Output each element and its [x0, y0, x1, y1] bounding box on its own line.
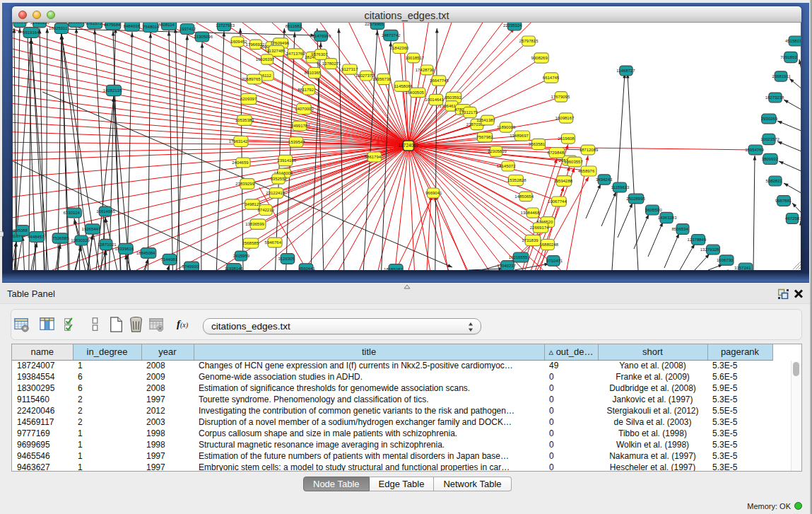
svg-text:18273238: 18273238 — [765, 95, 784, 100]
svg-text:24991787: 24991787 — [291, 124, 310, 128]
svg-text:6330324: 6330324 — [64, 211, 81, 215]
svg-text:23122419: 23122419 — [266, 191, 285, 195]
svg-text:22305839: 22305839 — [488, 149, 507, 153]
svg-text:10014641: 10014641 — [425, 98, 444, 102]
svg-text:23681911: 23681911 — [772, 74, 792, 78]
svg-text:19265447: 19265447 — [82, 227, 101, 231]
svg-text:16098167: 16098167 — [555, 116, 575, 120]
svg-text:10535383: 10535383 — [235, 118, 254, 122]
svg-text:3809932: 3809932 — [762, 157, 779, 161]
svg-text:19594288: 19594288 — [553, 179, 572, 183]
svg-text:18724007: 18724007 — [399, 143, 419, 148]
svg-text:11327485: 11327485 — [267, 49, 286, 53]
svg-text:21305096: 21305096 — [194, 35, 213, 39]
svg-text:10830329: 10830329 — [71, 238, 90, 243]
svg-text:12871021: 12871021 — [98, 243, 117, 247]
svg-text:5749930: 5749930 — [182, 264, 199, 269]
svg-text:11458066: 11458066 — [394, 84, 413, 88]
svg-text:21842360: 21842360 — [390, 46, 409, 50]
svg-text:9710471: 9710471 — [546, 259, 563, 263]
svg-text:7091853: 7091853 — [780, 55, 797, 59]
svg-text:6861794: 6861794 — [365, 155, 382, 159]
svg-text:21476999: 21476999 — [312, 34, 331, 38]
svg-text:17609496: 17609496 — [270, 41, 289, 45]
svg-text:17312173: 17312173 — [459, 110, 478, 115]
svg-text:16614685: 16614685 — [96, 209, 115, 214]
svg-text:14850654: 14850654 — [514, 194, 534, 199]
svg-text:2415959: 2415959 — [233, 254, 250, 258]
svg-text:9761572: 9761572 — [86, 23, 102, 25]
svg-text:22335324: 22335324 — [503, 23, 522, 28]
svg-text:6729848: 6729848 — [548, 151, 565, 155]
svg-text:8310365: 8310365 — [305, 71, 322, 75]
svg-text:9987881: 9987881 — [775, 199, 792, 203]
svg-text:10603557: 10603557 — [564, 160, 583, 164]
svg-text:14282135: 14282135 — [103, 88, 122, 93]
svg-text:13489697: 13489697 — [510, 134, 529, 138]
svg-text:22669174: 22669174 — [530, 226, 549, 230]
svg-text:5919164: 5919164 — [23, 30, 40, 35]
svg-text:8506534: 8506534 — [671, 227, 688, 231]
svg-text:25797815: 25797815 — [519, 39, 539, 43]
svg-text:17679095: 17679095 — [551, 95, 570, 99]
svg-text:2404659: 2404659 — [232, 160, 249, 165]
svg-text:8475684: 8475684 — [104, 23, 121, 27]
svg-text:2619608: 2619608 — [558, 136, 575, 141]
svg-text:11159613: 11159613 — [611, 185, 630, 189]
svg-text:3503592: 3503592 — [445, 95, 461, 100]
svg-text:13279328: 13279328 — [700, 247, 719, 252]
svg-text:5082821: 5082821 — [766, 179, 783, 183]
svg-text:12541387: 12541387 — [476, 118, 495, 122]
svg-text:7144081: 7144081 — [161, 257, 178, 262]
svg-text:17428730: 17428730 — [416, 68, 435, 72]
svg-text:10067744: 10067744 — [548, 199, 567, 204]
svg-text:16400505: 16400505 — [405, 90, 424, 95]
svg-text:23839299: 23839299 — [235, 182, 254, 186]
svg-text:1539547: 1539547 — [288, 140, 305, 144]
svg-text:12378849: 12378849 — [688, 238, 707, 242]
svg-text:15352828: 15352828 — [507, 178, 526, 182]
svg-text:11468727: 11468727 — [616, 69, 635, 73]
svg-text:23914166: 23914166 — [277, 158, 296, 163]
svg-text:16926397: 16926397 — [256, 57, 275, 62]
svg-text:4448457: 4448457 — [28, 235, 45, 239]
svg-text:3498127: 3498127 — [245, 202, 261, 206]
svg-text:17963142: 17963142 — [229, 139, 248, 144]
svg-text:18185287: 18185287 — [384, 267, 403, 270]
svg-text:3434243: 3434243 — [596, 177, 613, 182]
svg-text:5605500: 5605500 — [645, 208, 662, 212]
svg-text:18845084: 18845084 — [136, 251, 155, 255]
svg-text:6209397: 6209397 — [240, 97, 257, 101]
svg-text:9576307: 9576307 — [311, 52, 328, 57]
svg-text:18712089: 18712089 — [579, 148, 599, 152]
svg-text:4658976: 4658976 — [578, 169, 595, 173]
svg-text:4515819: 4515819 — [785, 39, 801, 43]
svg-text:24713769: 24713769 — [286, 52, 305, 56]
svg-text:8811792: 8811792 — [298, 88, 314, 92]
svg-text:3157241: 3157241 — [734, 266, 751, 270]
svg-text:9008269: 9008269 — [531, 56, 548, 60]
svg-text:11890009: 11890009 — [497, 125, 516, 129]
svg-text:20689765: 20689765 — [242, 77, 261, 81]
svg-text:14070003: 14070003 — [295, 107, 314, 111]
svg-text:1937412: 1937412 — [180, 27, 196, 31]
svg-text:19356736: 19356736 — [372, 77, 392, 81]
svg-text:16880248: 16880248 — [539, 243, 558, 247]
svg-text:11938145: 11938145 — [225, 267, 244, 270]
svg-text:7567982: 7567982 — [476, 135, 493, 139]
svg-text:6614745: 6614745 — [543, 76, 560, 80]
svg-text:16636011: 16636011 — [13, 23, 28, 24]
svg-text:25028995: 25028995 — [626, 197, 645, 201]
svg-text:8742219: 8742219 — [258, 208, 275, 212]
svg-text:10018517: 10018517 — [405, 56, 424, 60]
svg-text:9669041: 9669041 — [425, 191, 442, 195]
svg-text:3563581: 3563581 — [529, 142, 546, 146]
svg-text:1606730: 1606730 — [717, 258, 734, 262]
svg-text:11002230: 11002230 — [69, 23, 88, 24]
svg-text:16016555: 16016555 — [509, 255, 528, 259]
svg-text:2568585: 2568585 — [242, 241, 259, 245]
svg-text:18325311: 18325311 — [49, 26, 68, 30]
svg-text:16647745: 16647745 — [430, 78, 449, 83]
svg-text:7536585: 7536585 — [52, 236, 69, 240]
svg-text:1731839: 1731839 — [522, 238, 539, 243]
